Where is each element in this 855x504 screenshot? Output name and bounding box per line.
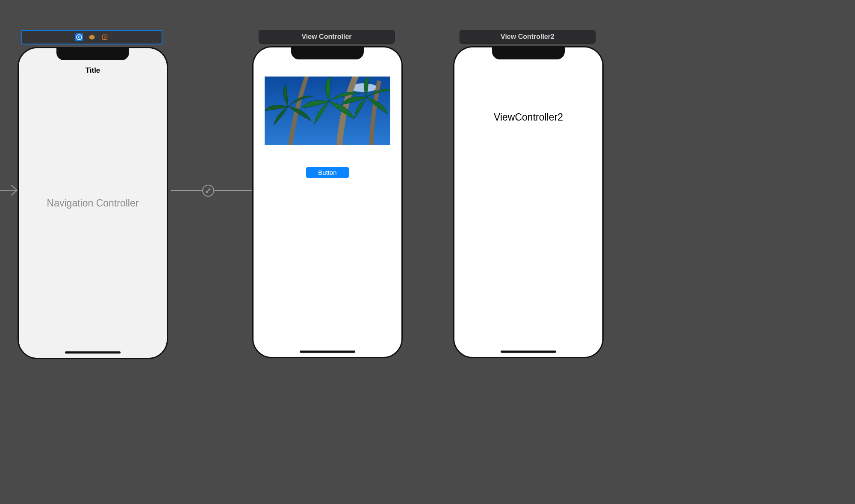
segue-badge-icon[interactable] (202, 185, 214, 197)
svg-line-7 (206, 189, 210, 192)
nav-controller-placeholder-label: Navigation Controller (19, 197, 167, 209)
home-indicator (501, 351, 556, 353)
button[interactable]: Button (306, 167, 349, 178)
scene-header[interactable]: View Controller2 (460, 30, 596, 44)
device-frame-vc2[interactable]: ViewController2 (453, 46, 604, 358)
scene-header-title: View Controller2 (501, 33, 554, 41)
scene-header-title: View Controller (301, 33, 351, 41)
entry-point-arrow (0, 182, 20, 199)
scene-header-selected[interactable] (21, 30, 162, 44)
svg-point-1 (77, 35, 82, 40)
storyboard-canvas[interactable]: Title Navigation Controller View Control… (0, 0, 855, 504)
scene-view-controller2[interactable]: View Controller2 ViewController2 (460, 30, 596, 358)
device-notch (56, 48, 129, 60)
segue-root-relationship[interactable] (171, 186, 259, 195)
device-frame-vc1[interactable]: Button (252, 46, 403, 358)
back-chevron-icon[interactable] (75, 33, 83, 41)
scene-navigation-controller[interactable]: Title Navigation Controller (21, 30, 162, 359)
home-indicator (300, 351, 355, 353)
button-label: Button (318, 169, 336, 176)
scene-view-controller[interactable]: View Controller (259, 30, 395, 358)
scene-header[interactable]: View Controller (259, 30, 395, 44)
device-frame-nav[interactable]: Title Navigation Controller (18, 47, 168, 359)
device-notch (291, 47, 364, 59)
first-responder-cube-icon[interactable] (88, 33, 96, 41)
svg-rect-5 (103, 35, 107, 40)
image-view-palm-trees[interactable] (265, 77, 390, 145)
navigation-bar-title: Title (19, 66, 167, 75)
home-indicator (65, 351, 121, 354)
device-notch (492, 47, 565, 59)
vc2-body-label: ViewController2 (454, 112, 602, 123)
exit-icon[interactable] (101, 33, 109, 41)
